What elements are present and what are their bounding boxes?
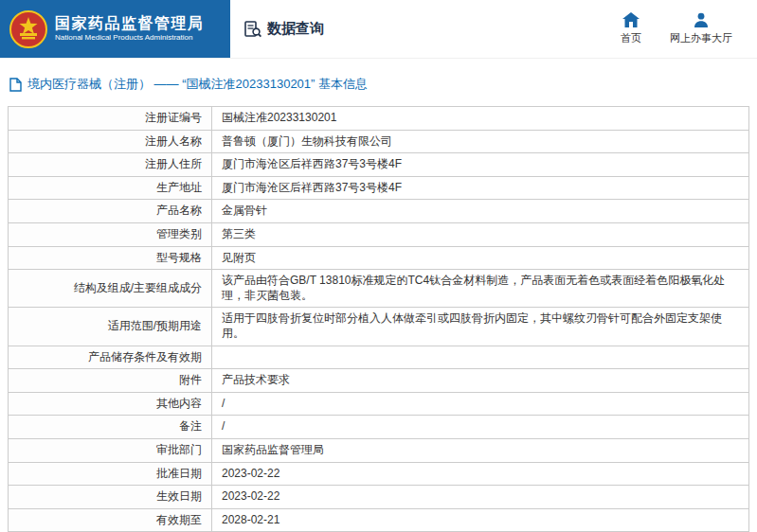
org-name-en: National Medical Products Administration: [55, 34, 205, 43]
row-value: 厦门市海沧区后祥西路37号3号楼4F: [212, 176, 749, 200]
row-label: 附件: [9, 369, 212, 393]
row-value: 该产品由符合GB/T 13810标准规定的TC4钛合金材料制造，产品表面无着色或…: [212, 270, 749, 308]
org-name-cn: 国家药品监督管理局: [55, 15, 205, 32]
row-value: /: [212, 392, 749, 416]
table-row: 型号规格见附页: [9, 246, 749, 270]
nav-online-hall[interactable]: 网上办事大厅: [670, 12, 732, 45]
table-row: 其他内容/: [9, 392, 749, 416]
table-row: 结构及组成/主要组成成分该产品由符合GB/T 13810标准规定的TC4钛合金材…: [9, 270, 749, 308]
row-value: 产品技术要求: [212, 369, 749, 393]
row-value: 2023-02-22: [212, 462, 749, 486]
row-label: 结构及组成/主要组成成分: [9, 270, 212, 308]
table-row: 有效期至2028-02-21: [9, 508, 749, 532]
table-row: 审批部门国家药品监督管理局: [9, 438, 749, 462]
row-value: 见附页: [212, 246, 749, 270]
row-label: 产品储存条件及有效期: [9, 346, 212, 369]
row-value: 2023-02-22: [212, 486, 749, 509]
row-value: 金属骨针: [212, 200, 749, 223]
row-label: 产品名称: [9, 200, 212, 223]
data-query-icon: [243, 20, 262, 39]
row-label: 注册人名称: [9, 130, 212, 153]
row-label: 生效日期: [9, 486, 212, 509]
national-emblem-icon: [9, 10, 47, 48]
nav-data-query[interactable]: 数据查询: [243, 20, 324, 39]
table-row: 适用范围/预期用途适用于四肢骨折复位时部分植入人体做牵引或四肢骨折内固定，其中螺…: [9, 308, 749, 346]
nav-online-hall-label: 网上办事大厅: [670, 31, 732, 45]
header: 国家药品监督管理局 National Medical Products Admi…: [0, 0, 757, 59]
row-label: 注册人住所: [9, 153, 212, 177]
row-label: 有效期至: [9, 508, 212, 532]
row-label: 审批部门: [9, 438, 212, 462]
table-row: 产品名称金属骨针: [9, 200, 749, 223]
registration-info-table: 注册证编号国械注准20233130201注册人名称普鲁顿（厦门）生物科技有限公司…: [8, 106, 749, 532]
row-value: 国家药品监督管理局: [212, 438, 749, 462]
row-value: [212, 346, 749, 369]
table-row: 批准日期2023-02-22: [9, 462, 749, 486]
home-icon: [622, 12, 640, 27]
page-title: 境内医疗器械（注册） —— “国械注准20233130201” 基本信息: [27, 76, 368, 93]
nav-home-label: 首页: [621, 31, 641, 45]
row-value: /: [212, 416, 749, 439]
row-value: 普鲁顿（厦门）生物科技有限公司: [212, 130, 749, 153]
row-value: 2028-02-21: [212, 508, 749, 532]
table-row: 产品储存条件及有效期: [9, 346, 749, 369]
person-icon: [694, 12, 709, 27]
nmpa-logo-block: 国家药品监督管理局 National Medical Products Admi…: [0, 0, 230, 58]
table-row: 生产地址厦门市海沧区后祥西路37号3号楼4F: [9, 176, 749, 200]
table-row: 注册证编号国械注准20233130201: [9, 107, 749, 131]
row-label: 管理类别: [9, 222, 212, 246]
table-row: 注册人住所厦门市海沧区后祥西路37号3号楼4F: [9, 153, 749, 177]
row-label: 备注: [9, 416, 212, 439]
row-label: 批准日期: [9, 462, 212, 486]
row-value: 厦门市海沧区后祥西路37号3号楼4F: [212, 153, 749, 177]
row-label: 其他内容: [9, 392, 212, 416]
row-label: 适用范围/预期用途: [9, 308, 212, 346]
row-label: 注册证编号: [9, 107, 212, 131]
table-row: 管理类别第三类: [9, 222, 749, 246]
row-value: 国械注准20233130201: [212, 107, 749, 131]
header-right-nav: 首页 网上办事大厅: [621, 0, 757, 58]
row-label: 型号规格: [9, 246, 212, 270]
row-value: 第三类: [212, 222, 749, 246]
row-label: 生产地址: [9, 176, 212, 200]
breadcrumb: 境内医疗器械（注册） —— “国械注准20233130201” 基本信息: [0, 59, 757, 106]
org-names: 国家药品监督管理局 National Medical Products Admi…: [55, 15, 205, 43]
document-icon: [9, 78, 22, 92]
nav-home[interactable]: 首页: [621, 12, 641, 45]
nav-data-query-label: 数据查询: [267, 20, 324, 38]
table-row: 附件产品技术要求: [9, 369, 749, 393]
table-row: 备注/: [9, 416, 749, 439]
row-value: 适用于四肢骨折复位时部分植入人体做牵引或四肢骨折内固定，其中螺纹刃骨针可配合外固…: [212, 308, 749, 346]
table-row: 注册人名称普鲁顿（厦门）生物科技有限公司: [9, 130, 749, 153]
table-row: 生效日期2023-02-22: [9, 486, 749, 509]
